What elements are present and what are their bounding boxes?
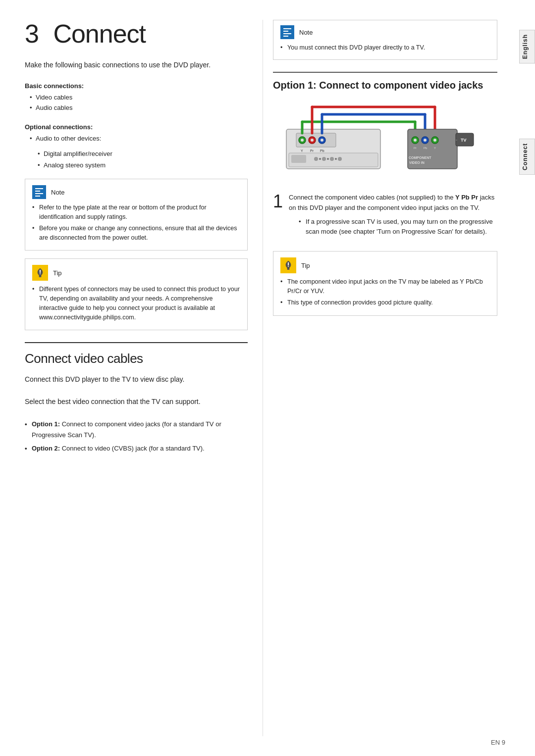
svg-point-2 — [40, 273, 41, 274]
svg-text:VIDEO IN: VIDEO IN — [409, 161, 425, 164]
basic-connections-list: Video cables Audio cables — [25, 93, 248, 113]
svg-text:Pr: Pr — [414, 147, 417, 150]
list-item: Audio cables — [30, 103, 248, 113]
option-item-1: Option 1: Connect to component video jac… — [25, 419, 248, 441]
right-column: Note You must connect this DVD player di… — [263, 20, 497, 736]
svg-point-45 — [319, 158, 321, 160]
svg-point-6 — [301, 139, 304, 142]
svg-point-26 — [414, 139, 417, 142]
option-item-2: Option 2: Connect to video (CVBS) jack (… — [25, 443, 248, 454]
step1-text-before: Connect the component video cables (not … — [289, 194, 453, 201]
svg-point-44 — [338, 157, 342, 161]
svg-text:Pb: Pb — [424, 147, 428, 150]
svg-point-47 — [335, 158, 337, 160]
list-item: Video cables — [30, 93, 248, 103]
side-tab-connect: Connect — [519, 139, 535, 175]
optional-connections-heading: Optional connections: — [25, 123, 248, 131]
svg-point-29 — [424, 139, 427, 142]
step1-sub-bullets: If a progressive scan TV is used, you ma… — [289, 217, 497, 236]
list-item: Refer to the type plate at the rear or b… — [32, 203, 240, 222]
svg-text:Pr: Pr — [310, 149, 314, 152]
right-note-icon — [280, 25, 294, 39]
svg-text:Y: Y — [434, 147, 436, 150]
list-item: Audio to other devices: — [30, 134, 248, 144]
note-box: Note Refer to the type plate at the rear… — [25, 179, 248, 251]
optional-sub-list: Digital amplifier/receiver Analog stereo… — [25, 148, 248, 171]
component-diagram: Y Pr Pb COMPONENT VIDEO OUT — [273, 100, 497, 183]
tip-bullets: Different types of connectors may be use… — [32, 285, 240, 322]
step1-bold: Y Pb Pr — [455, 194, 478, 201]
list-item: Before you make or change any connection… — [32, 224, 240, 243]
svg-text:Pb: Pb — [320, 149, 324, 152]
intro-text: Make the following basic connections to … — [25, 60, 213, 70]
connect-video-intro2: Select the best video connection that th… — [25, 397, 213, 407]
step1-container: 1 Connect the component video cables (no… — [273, 193, 497, 244]
svg-rect-48 — [287, 269, 290, 270]
section-title-connect-video: Connect video cables — [25, 351, 248, 366]
tip2-bullets: The component video input jacks on the T… — [280, 277, 490, 307]
step1-number: 1 — [273, 193, 283, 210]
basic-connections-heading: Basic connections: — [25, 82, 248, 90]
tip-box: Tip Different types of connectors may be… — [25, 258, 248, 330]
chapter-title: Connect — [53, 19, 146, 48]
chapter-heading: 3 Connect — [25, 20, 248, 48]
list-item: Different types of connectors may be use… — [32, 285, 240, 322]
diagram-svg: Y Pr Pb COMPONENT VIDEO OUT — [281, 100, 489, 181]
tip2-header: Tip — [280, 257, 490, 273]
svg-point-43 — [330, 157, 334, 161]
svg-rect-40 — [291, 155, 306, 163]
side-tab-english: English — [519, 30, 535, 63]
tip-icon — [32, 265, 48, 281]
option-divider — [273, 72, 497, 73]
svg-point-46 — [327, 158, 329, 160]
svg-point-9 — [311, 139, 314, 142]
note-icon — [32, 185, 46, 199]
list-item: You must connect this DVD player directl… — [280, 43, 490, 52]
svg-text:COMPONENT: COMPONENT — [409, 156, 431, 159]
left-column: 3 Connect Make the following basic conne… — [25, 20, 263, 736]
list-item: The component video input jacks on the T… — [280, 277, 490, 296]
list-item: Digital amplifier/receiver — [38, 148, 248, 159]
right-note-bullets: You must connect this DVD player directl… — [280, 43, 490, 52]
tip2-label: Tip — [301, 261, 310, 271]
option2-label: Option 2: — [32, 445, 60, 452]
svg-point-12 — [321, 139, 323, 142]
optional-connections-list: Audio to other devices: — [25, 134, 248, 144]
right-note-label: Note — [299, 29, 313, 36]
svg-point-32 — [433, 139, 436, 142]
svg-point-50 — [288, 266, 289, 267]
list-item: Analog stereo system — [38, 159, 248, 171]
option1-label: Option 1: — [32, 420, 60, 428]
list-item: If a progressive scan TV is used, you ma… — [299, 217, 497, 236]
tip2-icon — [280, 257, 296, 273]
note-bullets: Refer to the type plate at the rear or b… — [32, 203, 240, 242]
svg-rect-0 — [39, 276, 42, 277]
svg-point-41 — [314, 157, 318, 161]
option1-heading: Option 1: Connect to component video jac… — [273, 79, 497, 92]
svg-point-42 — [322, 157, 326, 161]
step1-text: Connect the component video cables (not … — [289, 193, 497, 239]
right-note-header: Note — [280, 25, 490, 39]
tip2-box: Tip The component video input jacks on t… — [273, 251, 497, 315]
connect-video-intro1: Connect this DVD player to the TV to vie… — [25, 374, 213, 385]
right-col-note-top: Note You must connect this DVD player di… — [273, 20, 497, 60]
option2-text: Connect to video (CVBS) jack (for a stan… — [62, 445, 205, 452]
section-divider — [25, 342, 248, 343]
tip-header: Tip — [32, 265, 240, 281]
note-label: Note — [51, 188, 64, 198]
option1-text: Connect to component video jacks (for a … — [32, 420, 221, 439]
page-footer: EN 9 — [491, 739, 505, 746]
tip-label: Tip — [53, 268, 62, 278]
list-item: This type of connection provides good pi… — [280, 298, 490, 307]
note-header: Note — [32, 185, 240, 199]
chapter-number: 3 — [25, 19, 39, 48]
svg-text:Y: Y — [301, 149, 303, 152]
svg-text:TV: TV — [461, 138, 467, 143]
option-list: Option 1: Connect to component video jac… — [25, 419, 248, 454]
